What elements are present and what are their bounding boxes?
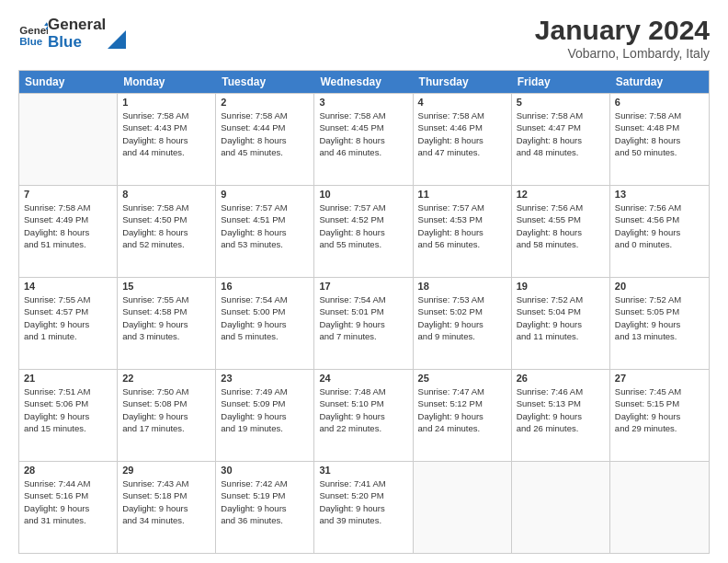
- calendar-cell: 7Sunrise: 7:58 AM Sunset: 4:49 PM Daylig…: [19, 186, 118, 277]
- cell-info: Sunrise: 7:58 AM Sunset: 4:47 PM Dayligh…: [517, 109, 605, 158]
- calendar-cell: 26Sunrise: 7:46 AM Sunset: 5:13 PM Dayli…: [512, 370, 610, 461]
- header-day-wednesday: Wednesday: [314, 71, 413, 93]
- cell-info: Sunrise: 7:50 AM Sunset: 5:08 PM Dayligh…: [122, 385, 210, 434]
- calendar-cell: 22Sunrise: 7:50 AM Sunset: 5:08 PM Dayli…: [118, 370, 216, 461]
- day-number: 3: [319, 97, 407, 108]
- calendar-cell: 29Sunrise: 7:43 AM Sunset: 5:18 PM Dayli…: [118, 462, 216, 553]
- cell-info: Sunrise: 7:57 AM Sunset: 4:53 PM Dayligh…: [418, 201, 506, 250]
- calendar-cell: 3Sunrise: 7:58 AM Sunset: 4:45 PM Daylig…: [314, 94, 413, 185]
- cell-info: Sunrise: 7:53 AM Sunset: 5:02 PM Dayligh…: [418, 293, 506, 342]
- calendar-cell: 1Sunrise: 7:58 AM Sunset: 4:43 PM Daylig…: [118, 94, 216, 185]
- day-number: 23: [221, 373, 309, 384]
- day-number: 11: [418, 189, 506, 200]
- cell-info: Sunrise: 7:49 AM Sunset: 5:09 PM Dayligh…: [221, 385, 309, 434]
- calendar-cell: 17Sunrise: 7:54 AM Sunset: 5:01 PM Dayli…: [314, 278, 413, 369]
- page: General Blue General Blue January 2024 V…: [0, 0, 728, 563]
- day-number: 22: [122, 373, 210, 384]
- calendar-header: SundayMondayTuesdayWednesdayThursdayFrid…: [19, 71, 709, 93]
- calendar-cell: 8Sunrise: 7:58 AM Sunset: 4:50 PM Daylig…: [118, 186, 216, 277]
- main-title: January 2024: [535, 15, 710, 46]
- day-number: 10: [319, 189, 407, 200]
- calendar-row-3: 14Sunrise: 7:55 AM Sunset: 4:57 PM Dayli…: [19, 277, 709, 369]
- logo-blue: Blue: [48, 34, 106, 52]
- svg-marker-4: [108, 30, 126, 49]
- logo-general: General: [48, 17, 106, 34]
- cell-info: Sunrise: 7:46 AM Sunset: 5:13 PM Dayligh…: [517, 385, 605, 434]
- calendar-cell: 9Sunrise: 7:57 AM Sunset: 4:51 PM Daylig…: [216, 186, 314, 277]
- calendar-cell: 2Sunrise: 7:58 AM Sunset: 4:44 PM Daylig…: [216, 94, 314, 185]
- calendar-cell: 12Sunrise: 7:56 AM Sunset: 4:55 PM Dayli…: [512, 186, 610, 277]
- day-number: 21: [24, 373, 112, 384]
- calendar-cell: 18Sunrise: 7:53 AM Sunset: 5:02 PM Dayli…: [414, 278, 512, 369]
- cell-info: Sunrise: 7:45 AM Sunset: 5:15 PM Dayligh…: [615, 385, 704, 434]
- cell-info: Sunrise: 7:57 AM Sunset: 4:51 PM Dayligh…: [221, 201, 309, 250]
- cell-info: Sunrise: 7:54 AM Sunset: 5:01 PM Dayligh…: [319, 293, 407, 342]
- calendar-cell: 5Sunrise: 7:58 AM Sunset: 4:47 PM Daylig…: [512, 94, 610, 185]
- subtitle: Vobarno, Lombardy, Italy: [535, 46, 710, 61]
- day-number: 28: [24, 465, 112, 476]
- cell-info: Sunrise: 7:51 AM Sunset: 5:06 PM Dayligh…: [24, 385, 112, 434]
- calendar-cell: 27Sunrise: 7:45 AM Sunset: 5:15 PM Dayli…: [610, 370, 709, 461]
- calendar-cell: 31Sunrise: 7:41 AM Sunset: 5:20 PM Dayli…: [314, 462, 413, 553]
- day-number: 9: [221, 189, 309, 200]
- day-number: 4: [418, 97, 506, 108]
- calendar-cell: 28Sunrise: 7:44 AM Sunset: 5:16 PM Dayli…: [19, 462, 118, 553]
- calendar-row-2: 7Sunrise: 7:58 AM Sunset: 4:49 PM Daylig…: [19, 185, 709, 277]
- cell-info: Sunrise: 7:48 AM Sunset: 5:10 PM Dayligh…: [319, 385, 407, 434]
- calendar-cell: 11Sunrise: 7:57 AM Sunset: 4:53 PM Dayli…: [414, 186, 512, 277]
- calendar-cell: 15Sunrise: 7:55 AM Sunset: 4:58 PM Dayli…: [118, 278, 216, 369]
- logo: General Blue General Blue: [18, 15, 126, 51]
- calendar-cell: 30Sunrise: 7:42 AM Sunset: 5:19 PM Dayli…: [216, 462, 314, 553]
- cell-info: Sunrise: 7:54 AM Sunset: 5:00 PM Dayligh…: [221, 293, 309, 342]
- cell-info: Sunrise: 7:56 AM Sunset: 4:56 PM Dayligh…: [615, 201, 704, 250]
- calendar-cell: 13Sunrise: 7:56 AM Sunset: 4:56 PM Dayli…: [610, 186, 709, 277]
- cell-info: Sunrise: 7:57 AM Sunset: 4:52 PM Dayligh…: [319, 201, 407, 250]
- cell-info: Sunrise: 7:47 AM Sunset: 5:12 PM Dayligh…: [418, 385, 506, 434]
- calendar-cell: 6Sunrise: 7:58 AM Sunset: 4:48 PM Daylig…: [610, 94, 709, 185]
- day-number: 2: [221, 97, 309, 108]
- header: General Blue General Blue January 2024 V…: [18, 15, 710, 61]
- title-area: January 2024 Vobarno, Lombardy, Italy: [535, 15, 710, 61]
- day-number: 25: [418, 373, 506, 384]
- calendar-cell: 20Sunrise: 7:52 AM Sunset: 5:05 PM Dayli…: [610, 278, 709, 369]
- day-number: 8: [122, 189, 210, 200]
- header-day-thursday: Thursday: [414, 71, 512, 93]
- cell-info: Sunrise: 7:43 AM Sunset: 5:18 PM Dayligh…: [122, 477, 210, 526]
- calendar-cell: 16Sunrise: 7:54 AM Sunset: 5:00 PM Dayli…: [216, 278, 314, 369]
- calendar-cell: 25Sunrise: 7:47 AM Sunset: 5:12 PM Dayli…: [414, 370, 512, 461]
- header-day-sunday: Sunday: [19, 71, 118, 93]
- calendar: SundayMondayTuesdayWednesdayThursdayFrid…: [18, 70, 710, 554]
- day-number: 15: [122, 281, 210, 292]
- calendar-row-5: 28Sunrise: 7:44 AM Sunset: 5:16 PM Dayli…: [19, 461, 709, 553]
- day-number: 20: [615, 281, 704, 292]
- day-number: 1: [122, 97, 210, 108]
- day-number: 17: [319, 281, 407, 292]
- calendar-cell: 23Sunrise: 7:49 AM Sunset: 5:09 PM Dayli…: [216, 370, 314, 461]
- calendar-cell: 24Sunrise: 7:48 AM Sunset: 5:10 PM Dayli…: [314, 370, 413, 461]
- cell-info: Sunrise: 7:58 AM Sunset: 4:48 PM Dayligh…: [615, 109, 704, 158]
- calendar-cell: 19Sunrise: 7:52 AM Sunset: 5:04 PM Dayli…: [512, 278, 610, 369]
- cell-info: Sunrise: 7:44 AM Sunset: 5:16 PM Dayligh…: [24, 477, 112, 526]
- header-day-friday: Friday: [512, 71, 610, 93]
- calendar-body: 1Sunrise: 7:58 AM Sunset: 4:43 PM Daylig…: [19, 93, 709, 553]
- cell-info: Sunrise: 7:56 AM Sunset: 4:55 PM Dayligh…: [517, 201, 605, 250]
- logo-icon: General Blue: [18, 21, 48, 51]
- cell-info: Sunrise: 7:55 AM Sunset: 4:57 PM Dayligh…: [24, 293, 112, 342]
- day-number: 26: [517, 373, 605, 384]
- header-day-tuesday: Tuesday: [216, 71, 314, 93]
- cell-info: Sunrise: 7:58 AM Sunset: 4:50 PM Dayligh…: [122, 201, 210, 250]
- svg-text:General: General: [19, 25, 48, 36]
- calendar-cell: [610, 462, 709, 553]
- cell-info: Sunrise: 7:58 AM Sunset: 4:49 PM Dayligh…: [24, 201, 112, 250]
- calendar-cell: 4Sunrise: 7:58 AM Sunset: 4:46 PM Daylig…: [414, 94, 512, 185]
- cell-info: Sunrise: 7:41 AM Sunset: 5:20 PM Dayligh…: [319, 477, 407, 526]
- calendar-row-4: 21Sunrise: 7:51 AM Sunset: 5:06 PM Dayli…: [19, 369, 709, 461]
- svg-text:Blue: Blue: [19, 36, 43, 47]
- calendar-row-1: 1Sunrise: 7:58 AM Sunset: 4:43 PM Daylig…: [19, 93, 709, 185]
- day-number: 30: [221, 465, 309, 476]
- day-number: 14: [24, 281, 112, 292]
- day-number: 29: [122, 465, 210, 476]
- cell-info: Sunrise: 7:52 AM Sunset: 5:04 PM Dayligh…: [517, 293, 605, 342]
- cell-info: Sunrise: 7:55 AM Sunset: 4:58 PM Dayligh…: [122, 293, 210, 342]
- day-number: 6: [615, 97, 704, 108]
